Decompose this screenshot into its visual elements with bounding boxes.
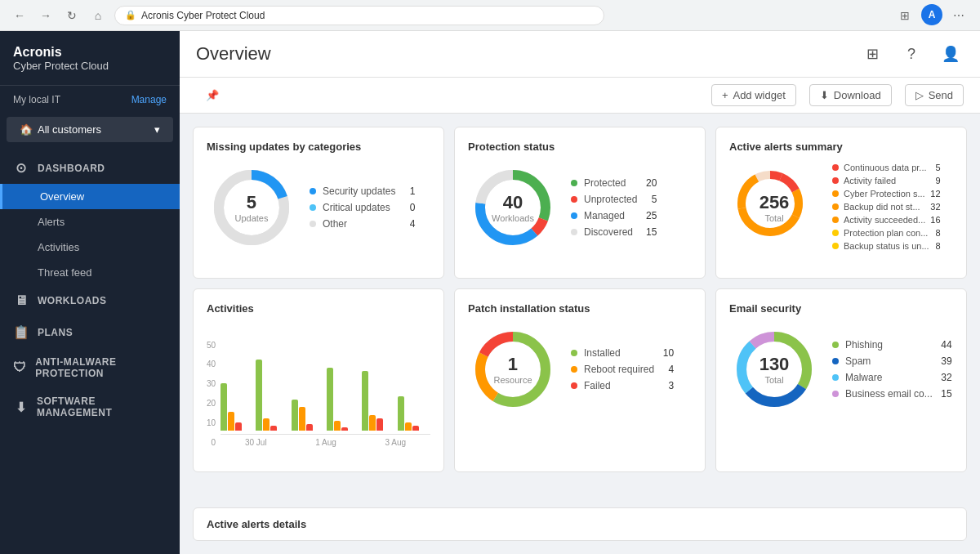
legend-value: 15 <box>939 388 952 400</box>
legend-value: 4 <box>402 218 415 230</box>
bar <box>292 400 298 431</box>
x-label: 30 Jul <box>245 438 267 447</box>
legend-dot <box>571 366 577 373</box>
forward-button[interactable]: → <box>36 6 56 25</box>
sidebar-item-alerts[interactable]: Alerts <box>0 209 180 235</box>
legend-dot <box>571 212 577 219</box>
bar <box>263 418 270 431</box>
legend-dot <box>832 374 839 381</box>
more-button[interactable]: ⋯ <box>947 4 970 27</box>
page-title: Overview <box>196 43 271 65</box>
brand-subtitle: Cyber Protect Cloud <box>13 60 167 72</box>
sidebar-item-workloads[interactable]: 🖥 WORKLOADS <box>0 285 180 316</box>
bars-area: 30 Jul 1 Aug 3 Aug <box>220 360 430 447</box>
send-button[interactable]: ▷ Send <box>905 84 964 106</box>
bar <box>270 426 277 431</box>
legend-dot <box>310 221 316 227</box>
legend-text: Phishing <box>845 339 933 351</box>
legend-text: Malware <box>845 372 933 383</box>
alert-item: Backup did not st... 32 <box>832 202 941 212</box>
address-bar[interactable]: 🔒 Acronis Cyber Protect Cloud <box>114 6 604 25</box>
sidebar-item-threat-feed[interactable]: Threat feed <box>0 260 180 285</box>
legend-value: 5 <box>644 194 657 205</box>
sidebar-item-antimalware[interactable]: 🛡 ANTI-MALWARE PROTECTION <box>0 348 180 387</box>
sidebar-item-activities[interactable]: Activities <box>0 235 180 260</box>
alert-count: 9 <box>935 176 940 185</box>
pin-button[interactable]: 📌 <box>196 85 229 105</box>
sidebar-item-label: PLANS <box>38 327 73 338</box>
workloads-icon: 🖥 <box>13 293 29 308</box>
customer-selector[interactable]: 🏠All customers ▾ <box>7 117 173 142</box>
donut-center-patch: 1 Resource <box>493 354 532 385</box>
donut-alerts: 256 Total <box>729 163 819 252</box>
alert-count: 8 <box>935 228 940 238</box>
widget-patch-installation: Patch installation status <box>454 288 706 473</box>
alert-dot <box>832 203 839 210</box>
email-label: Total <box>760 375 790 385</box>
legend-value: 32 <box>939 372 952 383</box>
legend-item: Unprotected 5 <box>571 194 657 205</box>
widget-email-title: Email security <box>729 302 953 315</box>
widget-email-security: Email security <box>715 288 967 473</box>
x-label: 1 Aug <box>315 438 336 447</box>
updates-label: Updates <box>235 213 269 223</box>
legend-dot <box>571 382 577 389</box>
bar <box>398 396 404 431</box>
nav-section: ⊙ DASHBOARD Overview Alerts Activities T… <box>0 152 180 427</box>
help-button[interactable]: ? <box>898 41 924 67</box>
legend-item: Business email co... 15 <box>832 388 952 400</box>
legend-item: Installed 10 <box>571 347 674 359</box>
home-button[interactable]: ⌂ <box>88 6 108 25</box>
refresh-button[interactable]: ↻ <box>62 6 82 25</box>
alert-dot <box>832 177 839 184</box>
alert-item: Activity succeeded... 16 <box>832 215 941 225</box>
patch-label: Resource <box>493 375 532 385</box>
legend-item: Protected 20 <box>571 177 657 189</box>
sidebar-item-software[interactable]: ⬇ SOFTWARE MANAGEMENT <box>0 387 180 427</box>
back-button[interactable]: ← <box>10 6 29 25</box>
alert-dot <box>832 164 839 171</box>
alert-count: 12 <box>930 189 940 199</box>
legend-value: 4 <box>661 364 674 375</box>
legend-item: Managed 25 <box>571 210 657 221</box>
user-avatar[interactable]: A <box>921 4 942 25</box>
plans-icon: 📋 <box>13 324 29 340</box>
main-content: Overview ⊞ ? 👤 📌 + Add widget ⬇ Download <box>180 31 980 554</box>
user-profile-button[interactable]: 👤 <box>938 41 964 67</box>
download-icon: ⬇ <box>820 89 829 101</box>
sidebar-item-dashboard[interactable]: ⊙ DASHBOARD <box>0 152 180 184</box>
top-actions: ⊞ ? 👤 <box>859 41 964 67</box>
legend-value: 0 <box>402 202 415 213</box>
bar-group <box>327 368 359 431</box>
chevron-down-icon: ▾ <box>154 123 160 136</box>
alert-count: 8 <box>935 241 940 251</box>
alert-text: Cyber Protection s... <box>844 189 925 199</box>
bar-group <box>220 383 253 431</box>
dashboard-grid: Missing updates by categories <box>180 114 980 507</box>
legend-text: Other <box>323 218 395 230</box>
sidebar-item-label: SOFTWARE MANAGEMENT <box>37 395 167 418</box>
extensions-button[interactable]: ⊞ <box>893 4 916 27</box>
legend-dot <box>832 358 839 364</box>
add-widget-button[interactable]: + Add widget <box>711 84 796 106</box>
alert-count: 5 <box>935 163 940 172</box>
alerts-legend: Continuous data pr... 5 Activity failed … <box>832 163 941 252</box>
alert-donut-container: 256 Total Continuous data pr... 5 Activi <box>729 163 953 252</box>
legend-item: Critical updates 0 <box>310 202 415 213</box>
sidebar-item-plans[interactable]: 📋 PLANS <box>0 316 180 348</box>
grid-view-button[interactable]: ⊞ <box>859 41 885 67</box>
bar <box>362 371 368 431</box>
alert-text: Continuous data pr... <box>844 163 930 172</box>
widget-protection-status: Protection status <box>454 127 706 279</box>
top-bar: Overview ⊞ ? 👤 <box>180 31 980 78</box>
legend-dot <box>832 391 839 397</box>
sidebar-item-overview[interactable]: Overview <box>0 184 180 209</box>
shield-icon: 🛡 <box>13 360 27 375</box>
manage-link[interactable]: Manage <box>131 94 167 105</box>
donut-center-updates: 5 Updates <box>235 192 269 223</box>
app-container: Acronis Cyber Protect Cloud My local IT … <box>0 31 980 554</box>
download-button[interactable]: ⬇ Download <box>809 84 892 106</box>
sidebar-item-label: WORKLOADS <box>38 295 107 306</box>
legend-value: 10 <box>661 347 674 359</box>
bar <box>220 383 227 431</box>
